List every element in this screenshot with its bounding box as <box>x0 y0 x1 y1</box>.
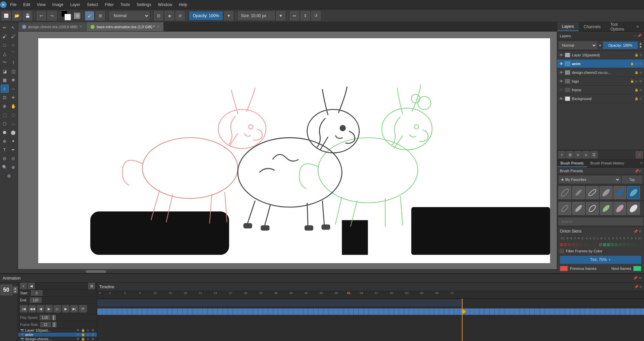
brush-search-input[interactable] <box>558 218 643 225</box>
onion-bar-prev-3[interactable] <box>568 243 571 246</box>
onion-pin-btn[interactable]: 📌 <box>634 230 638 233</box>
layers-opacity-bar[interactable]: Opacity: 100% <box>603 42 638 49</box>
tint-down-btn[interactable]: ▼ <box>608 258 611 261</box>
prev-keyframe-btn[interactable]: ◀ <box>28 283 35 289</box>
frame-rate-up[interactable]: ▲ <box>52 322 56 325</box>
onion-bar-next-1[interactable] <box>603 243 606 246</box>
copy-layer-btn[interactable]: ⊞ <box>566 151 574 158</box>
tool-select-rect[interactable]: ⬚ <box>1 111 9 119</box>
brush-panel-pin[interactable]: 📌 <box>635 169 639 173</box>
play-speed-input[interactable] <box>40 315 50 320</box>
anim-alpha-1[interactable]: α <box>86 333 90 337</box>
tool-deform[interactable]: ↔ <box>9 85 17 93</box>
layer-down-btn[interactable]: ∨ <box>574 151 582 158</box>
onion-bar-next-7[interactable] <box>626 243 630 246</box>
menu-filter[interactable]: Filter <box>102 1 117 8</box>
frame-up-btn[interactable]: ▲ <box>13 287 18 290</box>
onion-bar-next-8[interactable] <box>630 243 634 246</box>
brush-panel-opts[interactable]: ✕ <box>639 169 641 173</box>
step-back-btn[interactable]: ◀ <box>37 305 44 312</box>
tool-blur[interactable]: ⊙ <box>9 154 17 162</box>
onion-bar-prev-10[interactable] <box>595 243 598 246</box>
panel-close-btn[interactable]: ✕ <box>632 22 644 31</box>
tool-zoom[interactable]: ⊕ <box>1 102 9 110</box>
onion-bar-next-6[interactable] <box>623 243 626 246</box>
timeline-row-4[interactable] <box>97 334 644 341</box>
brush-item-7[interactable] <box>558 202 571 215</box>
tool-path[interactable]: ⌒ <box>9 50 17 58</box>
tool-freehand[interactable]: 〜 <box>1 58 9 66</box>
menu-help[interactable]: Help <box>175 1 191 8</box>
layer-lock-5[interactable]: 🔒 <box>634 97 638 101</box>
anim-panel-pin[interactable]: 📌 <box>633 276 637 280</box>
size-down-btn[interactable]: ▼ <box>276 11 285 20</box>
layer-lock-4[interactable]: 🔒 <box>634 88 638 92</box>
layer-item-4[interactable]: 👁 frame 🔒 α <box>557 86 644 94</box>
anim-vis-2[interactable]: 👁 <box>76 337 80 341</box>
tool-crop[interactable]: ⊡ <box>1 93 9 101</box>
canvas-drawing-area[interactable] <box>38 38 550 263</box>
tool-select-ellipse[interactable]: ◌ <box>9 111 17 119</box>
tab-tool-options[interactable]: Tool Options <box>606 22 632 31</box>
menu-tools[interactable]: Tools <box>117 1 133 8</box>
brush-item-1[interactable] <box>558 186 571 199</box>
menu-select[interactable]: Select <box>84 1 101 8</box>
onion-bar-next-5[interactable] <box>619 243 622 246</box>
tool-cursor[interactable]: ↖ <box>9 23 17 32</box>
layer-alpha-1[interactable]: α <box>634 62 638 66</box>
layers-blend-select[interactable]: Normal <box>559 42 597 49</box>
hscrollbar-thumb[interactable] <box>86 270 106 273</box>
onion-bar-next-2[interactable] <box>607 243 610 246</box>
anim-filter-0[interactable]: ⚙ <box>91 328 95 332</box>
tool-polygon[interactable]: △ <box>1 50 9 58</box>
brush-item-5[interactable] <box>613 186 626 199</box>
brush-preset-btn[interactable]: 🖌 <box>85 11 94 20</box>
anim-lock-1[interactable]: 🔒 <box>81 333 85 337</box>
layer-vis-5[interactable]: 👁 <box>558 96 564 101</box>
layer-alpha-0[interactable]: α <box>639 53 643 57</box>
layer-vis-3[interactable]: 👁 <box>558 79 564 84</box>
anim-vis-0[interactable]: 👁 <box>76 328 80 332</box>
opacity-up-btn[interactable]: ▲ <box>639 42 642 45</box>
layer-style-btn[interactable]: ☰ <box>590 151 598 158</box>
menu-view[interactable]: View <box>34 1 49 8</box>
undo-btn[interactable]: ↩ <box>37 11 46 20</box>
layer-alpha-3[interactable]: α <box>634 79 638 83</box>
brush-item-12[interactable] <box>627 202 640 215</box>
layer-lock-0[interactable]: 🔒 <box>634 53 638 57</box>
frame-down-btn[interactable]: ▼ <box>13 290 18 293</box>
menu-window[interactable]: Window <box>155 1 176 8</box>
brush-tag-btn[interactable]: Tag <box>622 176 642 183</box>
layer-alpha-5[interactable]: α <box>639 97 643 101</box>
play-speed-dn[interactable]: ▼ <box>52 318 56 320</box>
onion-bar-next-9[interactable] <box>634 243 638 246</box>
timeline-row-0[interactable] <box>97 299 644 307</box>
brush-item-9[interactable] <box>586 202 599 215</box>
anim-alpha-2[interactable]: α <box>86 337 90 341</box>
layers-options-btn[interactable]: ⋯ <box>633 34 637 38</box>
onion-bar-prev-2[interactable] <box>564 243 567 246</box>
onion-bar-prev-5[interactable] <box>576 243 579 246</box>
onion-bar-prev-4[interactable] <box>572 243 575 246</box>
tool-gradient[interactable]: ▦ <box>1 76 9 84</box>
pattern-btn[interactable]: ▨ <box>74 12 80 19</box>
blend-mode-select[interactable]: Normal <box>109 11 150 20</box>
brush-item-2[interactable] <box>572 186 585 199</box>
tool-move[interactable]: ✛ <box>9 93 17 101</box>
timeline-row-container[interactable] <box>97 299 644 341</box>
delete-layer-btn[interactable]: 🗑 <box>636 151 643 158</box>
onion-bar-prev-9[interactable] <box>591 243 594 246</box>
tool-ink[interactable]: 🖊 <box>9 32 17 40</box>
timeline-row-1[interactable] <box>97 307 644 316</box>
anim-lock-0[interactable]: 🔒 <box>81 328 85 332</box>
onion-bar-prev-7[interactable] <box>583 243 587 246</box>
onion-bar-prev-6[interactable] <box>579 243 583 246</box>
tab-close-2[interactable]: ✕ <box>157 25 159 29</box>
layer-item-1[interactable]: 👁 anim 🔒 α ⚙ <box>557 59 644 68</box>
tool-reference[interactable]: ⊕ <box>9 163 17 171</box>
layer-item-5[interactable]: 👁 Background 🔒 α <box>557 94 644 103</box>
layer-item-0[interactable]: 👁 Layer 10(pasted) 🔒 α <box>557 51 644 59</box>
menu-image[interactable]: Image <box>49 1 67 8</box>
tab-channels[interactable]: Channels <box>579 22 606 31</box>
frame-rate-dn[interactable]: ▼ <box>52 325 56 327</box>
